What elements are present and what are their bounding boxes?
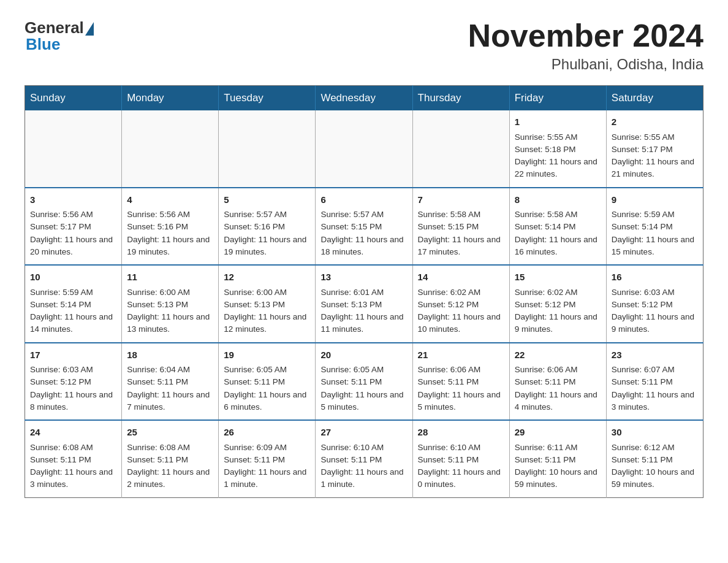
day-info-text: Daylight: 11 hours and 13 minutes. <box>127 311 213 336</box>
calendar-day-cell: 26Sunrise: 6:09 AMSunset: 5:11 PMDayligh… <box>219 420 316 497</box>
calendar-day-cell: 8Sunrise: 5:58 AMSunset: 5:14 PMDaylight… <box>509 188 606 266</box>
day-info-text: Sunrise: 6:04 AM <box>127 364 213 376</box>
day-number: 28 <box>418 426 504 440</box>
day-info-text: Sunset: 5:12 PM <box>612 299 698 311</box>
day-info-text: Daylight: 11 hours and 9 minutes. <box>612 311 698 336</box>
day-info-text: Sunset: 5:11 PM <box>30 454 116 466</box>
day-number: 30 <box>612 426 698 440</box>
day-info-text: Sunset: 5:17 PM <box>30 221 116 233</box>
day-info-text: Daylight: 11 hours and 0 minutes. <box>418 466 504 491</box>
day-info-text: Sunrise: 6:03 AM <box>612 286 698 299</box>
day-info-text: Sunset: 5:11 PM <box>127 454 213 466</box>
day-info-text: Sunrise: 6:07 AM <box>612 364 698 376</box>
day-info-text: Daylight: 11 hours and 7 minutes. <box>127 389 213 414</box>
day-of-week-header: Thursday <box>412 86 509 111</box>
calendar-day-cell: 13Sunrise: 6:01 AMSunset: 5:13 PMDayligh… <box>316 265 412 343</box>
day-info-text: Sunrise: 6:01 AM <box>320 286 407 299</box>
calendar-day-cell <box>316 110 412 188</box>
day-info-text: Daylight: 11 hours and 17 minutes. <box>418 234 504 259</box>
day-info-text: Daylight: 11 hours and 21 minutes. <box>612 156 698 181</box>
day-info-text: Daylight: 11 hours and 22 minutes. <box>515 156 601 181</box>
day-info-text: Sunrise: 6:10 AM <box>320 442 407 454</box>
day-number: 11 <box>127 270 213 285</box>
day-info-text: Sunrise: 6:12 AM <box>612 442 698 454</box>
location-title: Phulbani, Odisha, India <box>468 56 703 73</box>
day-number: 4 <box>127 193 213 207</box>
day-info-text: Sunrise: 6:08 AM <box>127 442 213 454</box>
day-info-text: Sunrise: 6:03 AM <box>30 364 116 376</box>
day-info-text: Sunrise: 6:02 AM <box>418 286 504 299</box>
day-info-text: Daylight: 11 hours and 11 minutes. <box>320 311 407 336</box>
day-number: 14 <box>418 270 504 285</box>
day-info-text: Daylight: 11 hours and 16 minutes. <box>515 234 601 259</box>
day-number: 8 <box>515 193 601 207</box>
calendar-week-row: 3Sunrise: 5:56 AMSunset: 5:17 PMDaylight… <box>25 188 703 266</box>
day-info-text: Daylight: 10 hours and 59 minutes. <box>612 466 698 491</box>
day-of-week-header: Friday <box>509 86 606 111</box>
calendar-day-cell: 1Sunrise: 5:55 AMSunset: 5:18 PMDaylight… <box>509 110 606 188</box>
calendar-day-cell: 15Sunrise: 6:02 AMSunset: 5:12 PMDayligh… <box>509 265 606 343</box>
calendar-day-cell: 2Sunrise: 5:55 AMSunset: 5:17 PMDaylight… <box>606 110 703 188</box>
day-info-text: Sunset: 5:14 PM <box>515 221 601 233</box>
calendar-day-cell: 19Sunrise: 6:05 AMSunset: 5:11 PMDayligh… <box>219 343 316 421</box>
day-info-text: Sunset: 5:15 PM <box>320 221 407 233</box>
day-info-text: Daylight: 11 hours and 8 minutes. <box>30 389 116 414</box>
day-info-text: Daylight: 11 hours and 20 minutes. <box>30 234 116 259</box>
day-info-text: Daylight: 11 hours and 9 minutes. <box>515 311 601 336</box>
day-info-text: Daylight: 11 hours and 10 minutes. <box>418 311 504 336</box>
day-info-text: Sunrise: 5:58 AM <box>515 209 601 221</box>
calendar-day-cell: 18Sunrise: 6:04 AMSunset: 5:11 PMDayligh… <box>122 343 219 421</box>
calendar-week-row: 10Sunrise: 5:59 AMSunset: 5:14 PMDayligh… <box>25 265 703 343</box>
day-of-week-header: Sunday <box>25 86 122 111</box>
calendar-header: SundayMondayTuesdayWednesdayThursdayFrid… <box>25 86 703 111</box>
day-info-text: Sunset: 5:11 PM <box>418 376 504 388</box>
day-info-text: Sunrise: 6:09 AM <box>224 442 310 454</box>
day-of-week-header: Wednesday <box>316 86 412 111</box>
day-number: 6 <box>320 193 407 207</box>
calendar-day-cell: 24Sunrise: 6:08 AMSunset: 5:11 PMDayligh… <box>25 420 122 497</box>
day-info-text: Daylight: 11 hours and 12 minutes. <box>224 311 310 336</box>
day-number: 16 <box>612 270 698 285</box>
calendar-week-row: 17Sunrise: 6:03 AMSunset: 5:12 PMDayligh… <box>25 343 703 421</box>
day-info-text: Daylight: 11 hours and 19 minutes. <box>127 234 213 259</box>
day-number: 21 <box>418 348 504 362</box>
day-of-week-header: Tuesday <box>219 86 316 111</box>
calendar-day-cell: 29Sunrise: 6:11 AMSunset: 5:11 PMDayligh… <box>509 420 606 497</box>
day-info-text: Daylight: 11 hours and 5 minutes. <box>320 389 407 414</box>
day-info-text: Sunset: 5:11 PM <box>127 376 213 388</box>
day-number: 18 <box>127 348 213 362</box>
day-info-text: Sunrise: 6:06 AM <box>418 364 504 376</box>
month-title: November 2024 <box>468 18 703 53</box>
day-info-text: Sunrise: 5:55 AM <box>612 131 698 144</box>
day-number: 20 <box>320 348 407 362</box>
day-number: 5 <box>224 193 310 207</box>
day-info-text: Sunset: 5:15 PM <box>418 221 504 233</box>
day-of-week-header: Monday <box>122 86 219 111</box>
day-number: 29 <box>515 426 601 440</box>
day-number: 1 <box>515 115 601 129</box>
day-info-text: Sunset: 5:13 PM <box>127 299 213 311</box>
calendar-day-cell: 17Sunrise: 6:03 AMSunset: 5:12 PMDayligh… <box>25 343 122 421</box>
title-area: November 2024 Phulbani, Odisha, India <box>468 18 703 73</box>
day-info-text: Daylight: 11 hours and 3 minutes. <box>612 389 698 414</box>
day-info-text: Sunset: 5:11 PM <box>612 454 698 466</box>
day-number: 15 <box>515 270 601 285</box>
day-number: 26 <box>224 426 310 440</box>
day-info-text: Sunset: 5:12 PM <box>418 299 504 311</box>
day-info-text: Sunset: 5:11 PM <box>612 376 698 388</box>
calendar-day-cell: 25Sunrise: 6:08 AMSunset: 5:11 PMDayligh… <box>122 420 219 497</box>
day-info-text: Sunset: 5:11 PM <box>515 454 601 466</box>
day-info-text: Sunrise: 6:00 AM <box>224 286 310 299</box>
day-number: 27 <box>320 426 407 440</box>
day-info-text: Sunset: 5:11 PM <box>224 454 310 466</box>
calendar-day-cell: 16Sunrise: 6:03 AMSunset: 5:12 PMDayligh… <box>606 265 703 343</box>
day-number: 22 <box>515 348 601 362</box>
day-info-text: Sunset: 5:16 PM <box>127 221 213 233</box>
day-info-text: Sunset: 5:11 PM <box>320 376 407 388</box>
day-info-text: Sunset: 5:12 PM <box>515 299 601 311</box>
day-info-text: Sunset: 5:11 PM <box>515 376 601 388</box>
day-number: 12 <box>224 270 310 285</box>
calendar-day-cell: 14Sunrise: 6:02 AMSunset: 5:12 PMDayligh… <box>412 265 509 343</box>
day-info-text: Sunrise: 6:00 AM <box>127 286 213 299</box>
calendar-day-cell: 11Sunrise: 6:00 AMSunset: 5:13 PMDayligh… <box>122 265 219 343</box>
